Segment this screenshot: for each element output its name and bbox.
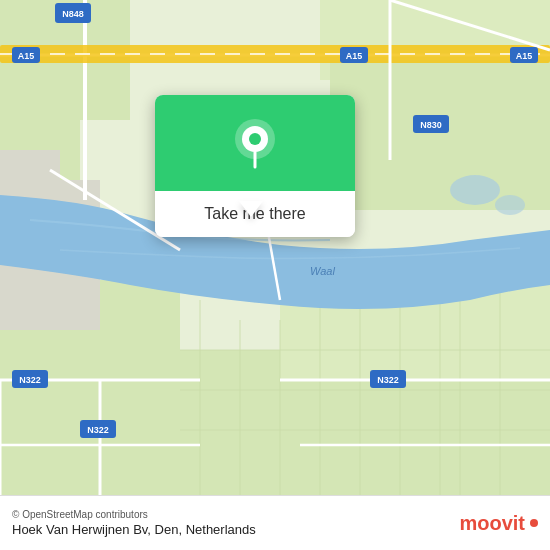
location-name: Hoek Van Herwijnen Bv, Den, Netherlands <box>12 522 256 537</box>
svg-point-22 <box>450 175 500 205</box>
svg-text:Waal: Waal <box>310 265 335 277</box>
moovit-logo: moovit <box>459 512 538 535</box>
svg-text:N322: N322 <box>19 375 41 385</box>
location-pin-icon <box>231 117 279 173</box>
svg-rect-4 <box>330 60 550 210</box>
popup-header <box>155 95 355 191</box>
osm-credit: © OpenStreetMap contributors <box>12 509 256 520</box>
svg-text:N322: N322 <box>87 425 109 435</box>
svg-point-23 <box>495 195 525 215</box>
bottom-bar: © OpenStreetMap contributors Hoek Van He… <box>0 495 550 550</box>
bottom-left-info: © OpenStreetMap contributors Hoek Van He… <box>12 509 256 537</box>
moovit-label: moovit <box>459 512 525 535</box>
svg-text:N830: N830 <box>420 120 442 130</box>
svg-text:A15: A15 <box>18 51 35 61</box>
svg-point-57 <box>249 133 261 145</box>
svg-text:N848: N848 <box>62 9 84 19</box>
svg-text:A15: A15 <box>516 51 533 61</box>
moovit-dot <box>530 519 538 527</box>
svg-text:N322: N322 <box>377 375 399 385</box>
map-container: N848 A15 A15 A15 N830 Waal N322 N322 N32… <box>0 0 550 495</box>
map-svg: N848 A15 A15 A15 N830 Waal N322 N322 N32… <box>0 0 550 495</box>
svg-text:A15: A15 <box>346 51 363 61</box>
popup-tail <box>239 201 263 217</box>
